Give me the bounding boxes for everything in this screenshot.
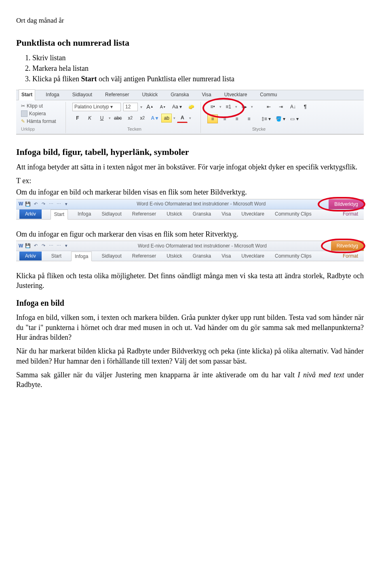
tab-community[interactable]: Community Clips [274,252,312,260]
bold-button[interactable]: F [72,114,83,123]
quick-access-toolbar: 💾 ↶ ↷ ⋯ ⋯ ▾ [25,243,70,249]
save-icon[interactable]: 💾 [25,201,31,207]
ribbon-screenshot: Start Infoga Sidlayout Referenser Utskic… [16,90,364,135]
tab-referenser[interactable]: Referenser [131,210,157,218]
numbering-button[interactable]: ≡1 [223,103,234,112]
align-left-button[interactable]: ≡ [207,114,218,123]
strike-button[interactable]: abc [112,114,123,123]
window-title: Word E-nivo Oformaterad text instruktion… [74,243,331,249]
step-3: Klicka på fliken Start och välj antigen … [32,74,364,84]
font-name-combo[interactable]: Palatino Linotyp ▾ [72,103,121,111]
multilevel-button[interactable]: ≡▸ [239,103,249,112]
increase-indent-button[interactable]: ⇥ [276,103,286,112]
clipboard-painter[interactable]: ✎Hämta format [21,118,61,125]
shrink-font-button[interactable]: A▼ [158,103,168,112]
clipboard-copy[interactable]: Kopiera [21,110,61,117]
menu-tabs: Arkiv Start Infoga Sidlayout Referenser … [16,209,364,219]
infoga-bild-p2: När du har markerat bilden klicka på Rad… [16,346,364,366]
infoga-bild-p3: Samma sak gäller när du väljer Justering… [16,370,364,390]
infoga-bild-p1: Infoga en bild, vilken som, i texten och… [16,313,364,342]
tab-infoga[interactable]: Infoga [43,90,61,99]
font-color-button[interactable]: A [177,113,188,123]
tab-granska[interactable]: Granska [192,252,212,260]
quick-access-toolbar: 💾 ↶ ↷ ⋯ ⋯ ▾ [25,201,70,207]
borders-button[interactable]: ▭ ▾ [289,114,300,123]
group-label-font: Tecken [72,126,196,132]
step-1: Skriv listan [32,53,364,63]
tab-sidlayout[interactable]: Sidlayout [70,90,95,99]
save-icon[interactable]: 💾 [25,243,31,249]
clear-formatting-button[interactable]: 🧽 [186,103,196,112]
tab-utskick[interactable]: Utskick [166,210,183,218]
tab-utvecklare[interactable]: Utvecklare [240,210,265,218]
tab-visa[interactable]: Visa [200,90,214,99]
align-justify-button[interactable]: ≡ [244,114,254,123]
tab-utvecklare[interactable]: Utvecklare [222,90,250,99]
qat-dropdown-icon[interactable]: ▾ [63,243,70,249]
tab-sidlayout[interactable]: Sidlayout [101,252,122,260]
tab-infoga[interactable]: Infoga [77,210,92,218]
group-font: Palatino Linotyp ▾ 12▾ A▲ A▼ Aa ▾ 🧽 F K … [70,102,201,133]
redo-icon[interactable]: ↷ [40,201,46,207]
tab-visa[interactable]: Visa [221,252,232,260]
text-effects-button[interactable]: A ▾ [149,114,160,123]
group-clipboard: ✂Klipp ut Kopiera ✎Hämta format Urklipp [19,102,66,133]
bullets-button[interactable]: ≡• [207,103,218,112]
step-3-bold: Start [81,75,97,83]
tab-granska[interactable]: Granska [168,90,191,99]
context-tab-bildverktyg[interactable]: Bildverktyg [329,199,364,209]
tab-referenser[interactable]: Referenser [131,252,157,260]
grow-font-button[interactable]: A▲ [145,103,155,112]
qat-icon[interactable]: ⋯ [55,243,62,249]
tab-start[interactable]: Start [19,89,35,100]
tab-format[interactable]: Format [342,210,364,218]
undo-icon[interactable]: ↶ [32,243,39,249]
underline-button[interactable]: U [97,114,107,123]
qat-dropdown-icon[interactable]: ▾ [63,201,70,207]
ordered-steps: Skriv listan Markera hela listan Klicka … [32,53,364,84]
qat-icon[interactable]: ⋯ [55,201,62,207]
change-case-button[interactable]: Aa ▾ [171,103,183,112]
qat-icon[interactable]: ⋯ [48,243,54,249]
ribbon-body: ✂Klipp ut Kopiera ✎Hämta format Urklipp … [16,100,364,134]
italic-button[interactable]: K [84,114,95,123]
tab-community[interactable]: Commu [257,90,279,99]
example-bildverktyg: Om du infogar en bild och markerar bilde… [16,187,364,197]
tab-arkiv[interactable]: Arkiv [19,209,42,218]
shading-button[interactable]: 🪣 ▾ [274,114,287,123]
align-center-button[interactable]: ≡ [219,114,230,123]
undo-icon[interactable]: ↶ [32,201,39,207]
scissors-icon: ✂ [21,103,25,109]
sort-button[interactable]: A↓ [288,103,298,112]
tab-utskick[interactable]: Utskick [139,90,160,99]
tab-format[interactable]: Format [342,252,364,260]
decrease-indent-button[interactable]: ⇤ [264,103,274,112]
word-app-icon: W [19,201,23,207]
group-paragraph: ≡•▾ ≡1▾ ≡▸▾ ⇤ ⇥ A↓ ¶ ≡ ≡ ≡ ≡ ‡≡ ▾ 🪣 ▾ ▭ … [205,102,314,133]
line-spacing-button[interactable]: ‡≡ ▾ [260,114,272,123]
align-right-button[interactable]: ≡ [232,114,242,123]
tab-start[interactable]: Start [51,252,62,260]
tab-visa[interactable]: Visa [221,210,232,218]
tab-utvecklare[interactable]: Utvecklare [240,252,265,260]
font-size-combo[interactable]: 12 [123,103,138,111]
qat-icon[interactable]: ⋯ [48,201,54,207]
tab-infoga[interactable]: Infoga [71,252,92,261]
highlight-color-button[interactable]: ab [161,114,172,123]
subscript-button[interactable]: x2 [125,114,135,123]
tab-utskick[interactable]: Utskick [166,252,183,260]
tab-arkiv[interactable]: Arkiv [19,252,42,260]
superscript-button[interactable]: x2 [137,114,148,123]
tab-referenser[interactable]: Referenser [103,90,131,99]
tab-sidlayout[interactable]: Sidlayout [101,210,122,218]
word-app-icon: W [19,243,23,249]
context-tab-ritverktyg[interactable]: Ritverktyg [331,241,364,251]
header-meta: Ort dag månad år [16,16,364,25]
tab-community[interactable]: Community Clips [274,210,312,218]
show-marks-button[interactable]: ¶ [300,103,310,112]
menu-tabs: Arkiv Start Infoga Sidlayout Referenser … [16,251,364,261]
tab-granska[interactable]: Granska [192,210,212,218]
redo-icon[interactable]: ↷ [40,243,46,249]
clipboard-cut[interactable]: ✂Klipp ut [21,103,61,109]
tab-start[interactable]: Start [51,209,68,219]
